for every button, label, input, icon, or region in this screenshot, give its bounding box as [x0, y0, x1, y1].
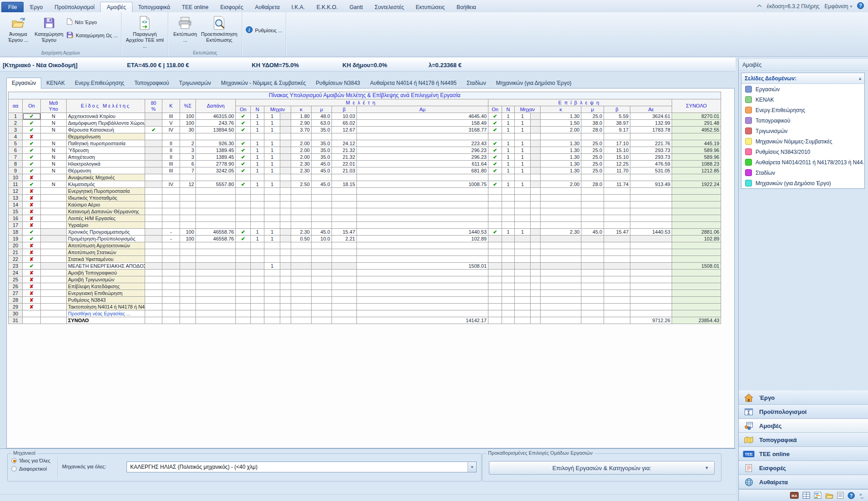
cell-meth[interactable]: [41, 317, 67, 324]
cell-meth[interactable]: [41, 256, 67, 263]
cell-on[interactable]: ✔: [23, 154, 41, 161]
cell-m_mu[interactable]: [312, 133, 332, 140]
cell-tot[interactable]: [672, 310, 721, 317]
cell-p80[interactable]: [145, 256, 162, 263]
cell-e_mix[interactable]: 1: [515, 127, 531, 133]
cell-e_b[interactable]: [604, 133, 630, 140]
cell-e_mix[interactable]: 1: [515, 113, 531, 120]
cell-e_mu[interactable]: [581, 222, 604, 229]
col-header-e-mu[interactable]: μ: [581, 106, 604, 113]
cell-tot[interactable]: [672, 297, 721, 304]
cell-k[interactable]: [162, 283, 180, 290]
cell-k[interactable]: IV: [162, 181, 180, 188]
cell-e_n[interactable]: [502, 215, 515, 222]
cell-e_mu[interactable]: [581, 263, 604, 270]
cell-m_on[interactable]: ✔: [236, 236, 251, 242]
cell-name[interactable]: Καύσιμο Αέριο: [67, 201, 145, 208]
cell-e_mix[interactable]: [515, 256, 531, 263]
col-header-m-mu[interactable]: μ: [312, 106, 332, 113]
cell-e_mix[interactable]: 1: [515, 229, 531, 236]
cell-m_on[interactable]: [236, 310, 251, 317]
page-tab-9[interactable]: Μηχανικών (για Δημόσιο Έργο): [491, 78, 576, 88]
ribbon-tab-11[interactable]: Συντελεστές: [369, 2, 410, 12]
cell-e_on[interactable]: [488, 270, 502, 276]
cell-m_on[interactable]: [236, 188, 251, 195]
cell-name[interactable]: Λοιπές Η/Μ Εργασίες: [67, 215, 145, 222]
cell-meth[interactable]: [41, 263, 67, 270]
cell-m_mix[interactable]: [264, 201, 280, 208]
cell-on[interactable]: ✘: [23, 222, 41, 229]
cell-e_k[interactable]: [541, 290, 581, 297]
cell-name[interactable]: Ανυψωτικές Μηχανές: [67, 174, 145, 181]
cell-e_mu[interactable]: 25.0: [581, 167, 604, 174]
cell-on[interactable]: ✘: [23, 283, 41, 290]
cell-e_ae[interactable]: 3624.61: [630, 113, 672, 120]
cell-tot[interactable]: 589.96: [672, 147, 721, 154]
cell-e_ae[interactable]: [630, 249, 672, 256]
nav-contrib[interactable]: Εισφορές: [739, 461, 868, 475]
cell-m_k[interactable]: [291, 270, 312, 276]
col-header-e-n[interactable]: Ν: [502, 106, 515, 113]
cell-m_on[interactable]: [236, 317, 251, 324]
radio-different-icon[interactable]: [11, 466, 17, 472]
cell-m_mu[interactable]: 35.0: [312, 147, 332, 154]
cell-name[interactable]: Αμοιβή Τριγωνισμών: [67, 276, 145, 283]
cell-e_b[interactable]: 11.70: [604, 167, 630, 174]
cell-e_n[interactable]: 1: [502, 161, 515, 167]
cell-m_on[interactable]: ✔: [236, 113, 251, 120]
cell-m_am[interactable]: 1508.01: [357, 263, 488, 270]
cell-e_on[interactable]: [488, 310, 502, 317]
ribbon-tab-2[interactable]: Προϋπολογισμοί: [49, 2, 100, 12]
cell-dap[interactable]: 13894.50: [196, 127, 236, 133]
cell-e_mu[interactable]: [581, 195, 604, 201]
select-works-dropdown-button[interactable]: Επιλογή Εργασιών & Κατηγοριών για: ▼: [489, 461, 715, 475]
data-page-item-4[interactable]: Τριγωνισμών: [741, 126, 864, 136]
cell-k[interactable]: [162, 256, 180, 263]
cell-on[interactable]: ✔: [23, 229, 41, 236]
cell-on[interactable]: ✔: [23, 181, 41, 188]
cell-p80[interactable]: [145, 161, 162, 167]
cell-m_mix[interactable]: [264, 310, 280, 317]
cell-name[interactable]: Αποτύπωση Στατικών: [67, 249, 145, 256]
cell-k[interactable]: [162, 215, 180, 222]
cell-m_n[interactable]: 1: [251, 120, 264, 127]
cell-m_mu[interactable]: 10.0: [312, 236, 332, 242]
cell-on[interactable]: [23, 317, 41, 324]
cell-m_k[interactable]: [291, 290, 312, 297]
cell-m_am[interactable]: [357, 195, 488, 201]
cell-m_mu[interactable]: [312, 256, 332, 263]
data-page-item-3[interactable]: Τοπογραφικού: [741, 115, 864, 126]
cell-m_b[interactable]: 21.03: [332, 167, 357, 174]
col-header-e-on[interactable]: Οn: [488, 106, 502, 113]
cell-ps[interactable]: 3: [180, 147, 196, 154]
cell-m_mix[interactable]: [264, 195, 280, 201]
cell-m_n[interactable]: 1: [251, 181, 264, 188]
cell-e_ae[interactable]: [630, 133, 672, 140]
cell-e_mix[interactable]: [515, 283, 531, 290]
cell-m_k[interactable]: [291, 174, 312, 181]
cell-e_k[interactable]: 1.30: [541, 113, 581, 120]
cell-dap[interactable]: [196, 283, 236, 290]
cell-ps[interactable]: 3: [180, 154, 196, 161]
cell-e_b[interactable]: [604, 201, 630, 208]
cell-m_k[interactable]: 3.70: [291, 127, 312, 133]
cell-e_on[interactable]: [488, 276, 502, 283]
cell-m_k[interactable]: [291, 317, 312, 324]
cell-m_mix[interactable]: 1: [264, 236, 280, 242]
cell-m_n[interactable]: [251, 310, 264, 317]
cell-m_n[interactable]: [251, 133, 264, 140]
cell-e_b[interactable]: 5.59: [604, 113, 630, 120]
cell-p80[interactable]: [145, 188, 162, 195]
cell-e_n[interactable]: [502, 283, 515, 290]
engineer-combobox[interactable]: ΚΑΛΕΡΓΗΣ ΗΛΙΑΣ (Πολιτικός μηχανικός) - (…: [127, 462, 477, 472]
cell-e_mix[interactable]: [515, 290, 531, 297]
cell-e_k[interactable]: [541, 208, 581, 215]
cell-e_on[interactable]: [488, 317, 502, 324]
cell-m_am[interactable]: [357, 304, 488, 310]
cell-e_n[interactable]: [502, 201, 515, 208]
cell-name[interactable]: ΣΥΝΟΛΟ: [67, 317, 145, 324]
cell-m_am[interactable]: [357, 283, 488, 290]
cell-tot[interactable]: [672, 222, 721, 229]
display-caret-icon[interactable]: ▾: [850, 4, 852, 9]
collapse-ribbon-icon[interactable]: [757, 4, 762, 9]
